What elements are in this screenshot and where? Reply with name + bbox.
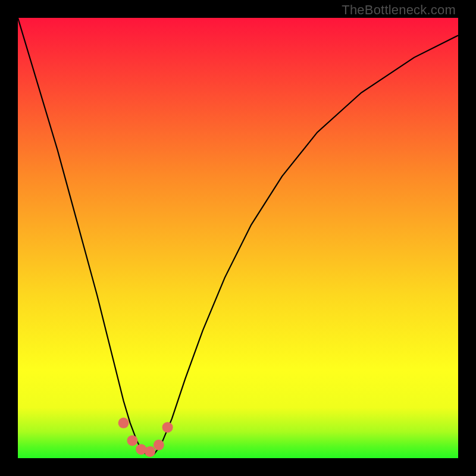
chart-background <box>18 18 458 458</box>
curve-marker <box>145 446 155 457</box>
curve-marker <box>154 440 164 450</box>
chart-frame <box>18 18 458 458</box>
curve-marker <box>162 422 173 433</box>
watermark-text: TheBottleneck.com <box>342 2 456 18</box>
curve-marker <box>127 435 137 446</box>
chart-plot <box>18 18 458 458</box>
curve-marker <box>118 418 129 428</box>
